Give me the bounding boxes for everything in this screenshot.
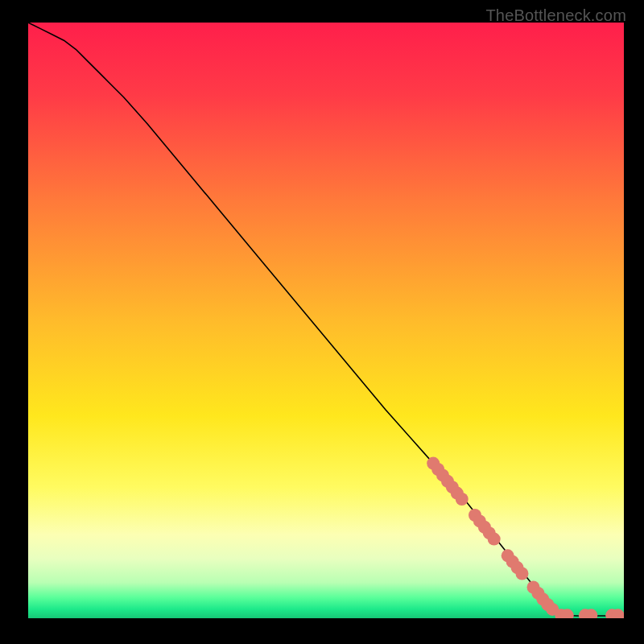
chart-stage: TheBottleneck.com [0, 0, 644, 644]
data-point [456, 493, 469, 506]
data-point [515, 568, 528, 580]
gradient-background [28, 23, 624, 618]
data-point [488, 533, 501, 546]
plot-area [28, 23, 624, 618]
plot-svg [28, 23, 624, 618]
